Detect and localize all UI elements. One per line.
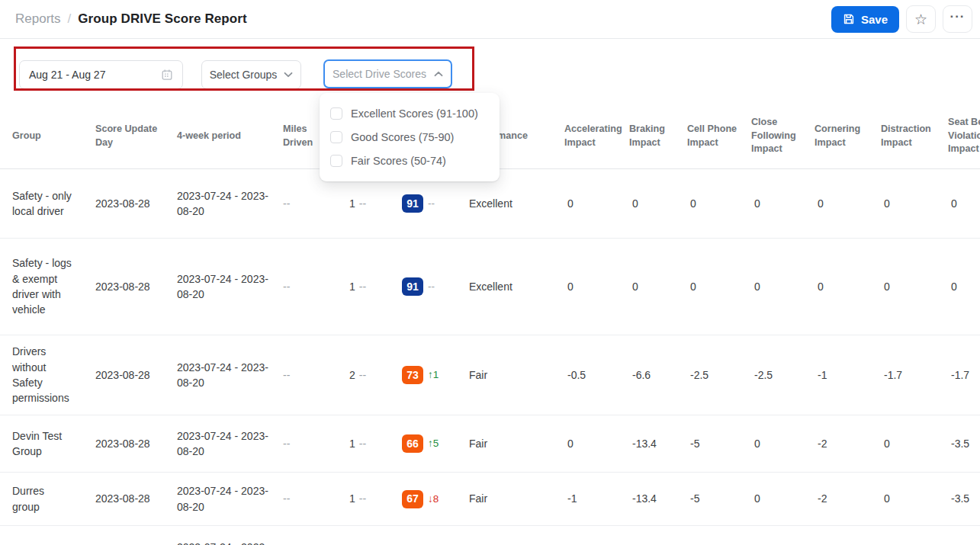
score-badge: 66 <box>402 434 423 453</box>
group-cell <box>12 526 95 545</box>
drivers-count: 2 <box>349 367 355 383</box>
topbar-actions: Save ☆ ··· <box>831 5 972 33</box>
drive-score-cell: 67 ↓8 <box>397 490 469 508</box>
miles-driven-cell: -- <box>283 279 343 294</box>
cell-phone-impact-cell: 0 <box>687 279 751 294</box>
distraction-impact-cell: 0 <box>881 436 948 451</box>
score-update-day-cell: 2023-08-28 <box>95 196 177 211</box>
drivers-cell: 1 -- <box>343 196 397 211</box>
period-cell: 2023-07-24 - 2023-08-20 <box>177 271 283 303</box>
cell-phone-impact-cell: -5 <box>687 491 751 506</box>
distraction-impact-cell: -1.7 <box>881 367 948 383</box>
close-following-impact-cell: 0 <box>751 436 815 451</box>
col-header-score-update-day: Score Update Day <box>95 123 177 149</box>
score-trend: -- <box>428 279 435 294</box>
braking-impact-cell: -6.6 <box>629 367 687 383</box>
score-update-day-cell: 2023-08-28 <box>95 367 177 383</box>
score-badge: 73 <box>402 366 423 384</box>
breadcrumb-separator: / <box>68 11 72 27</box>
period-cell: 2023-07-24 - 2023-08-20 <box>177 428 283 460</box>
cell-phone-impact-cell: -2.5 <box>687 367 751 383</box>
table-row: Durres group 2023-08-28 2023-07-24 - 202… <box>0 473 980 526</box>
group-cell: Safety - only local driver <box>12 188 95 220</box>
close-following-impact-cell: 0 <box>751 196 815 211</box>
score-trend: -- <box>428 196 435 211</box>
breadcrumb-reports-link[interactable]: Reports <box>15 11 61 27</box>
miles-driven-cell: -- <box>283 367 343 383</box>
option-good-scores[interactable]: Good Scores (75-90) <box>320 125 500 149</box>
group-cell: Durres group <box>12 483 95 515</box>
option-label: Excellent Scores (91-100) <box>351 107 478 120</box>
distraction-impact-cell: 0 <box>881 196 948 211</box>
save-button[interactable]: Save <box>831 6 899 33</box>
braking-impact-cell: -13.4 <box>629 491 687 506</box>
favorite-button[interactable]: ☆ <box>906 5 936 33</box>
group-cell: Safety - logs & exempt driver with vehic… <box>12 255 95 317</box>
option-label: Good Scores (75-90) <box>351 131 454 143</box>
cornering-impact-cell: -1 <box>815 367 881 383</box>
drivers-cell: 2 -- <box>343 367 397 383</box>
score-badge: 91 <box>402 194 423 213</box>
braking-impact-cell: 0 <box>629 196 687 211</box>
miles-driven-cell: -- <box>283 436 343 451</box>
score-update-day-cell: 2023-08-28 <box>95 436 177 451</box>
drivers-trend: -- <box>359 367 366 383</box>
col-header-braking-impact: Braking Impact <box>629 123 687 149</box>
option-excellent-scores[interactable]: Excellent Scores (91-100) <box>320 101 500 125</box>
filter-bar: Aug 21 - Aug 27 Select Groups Select Dri… <box>0 47 980 90</box>
drivers-trend: -- <box>359 279 366 294</box>
date-range-value: Aug 21 - Aug 27 <box>29 69 105 81</box>
drive-score-cell: 91 -- <box>397 194 469 213</box>
accelerating-impact-cell: -0.5 <box>564 367 629 383</box>
select-groups-label: Select Groups <box>210 69 278 81</box>
performance-cell: Excellent <box>469 279 564 294</box>
option-fair-scores[interactable]: Fair Scores (50-74) <box>320 149 500 172</box>
seat-belt-violation-impact-cell: -3.5 <box>948 491 980 506</box>
save-floppy-icon <box>843 13 855 25</box>
seat-belt-violation-impact-cell: 0 <box>948 196 980 211</box>
ellipsis-icon: ··· <box>950 9 966 24</box>
col-header-close-following-impact: Close Following Impact <box>751 116 815 155</box>
period-cell: 2023-07-24 - 2023-08-20 <box>177 483 283 515</box>
period-cell: 2023-07-24 - 2023-08-20 <box>177 360 283 391</box>
col-header-cornering-impact: Cornering Impact <box>815 123 881 149</box>
seat-belt-violation-impact-cell: -3.5 <box>948 436 980 451</box>
table-row: Safety - logs & exempt driver with vehic… <box>0 239 980 335</box>
cornering-impact-cell: -2 <box>815 436 881 451</box>
braking-impact-cell: 0 <box>629 279 687 294</box>
accelerating-impact-cell: 0 <box>564 196 629 211</box>
select-drive-scores-dropdown[interactable]: Select Drive Scores <box>323 59 452 88</box>
miles-driven-cell: -- <box>283 196 343 211</box>
accelerating-impact-cell: -1 <box>564 491 629 506</box>
distraction-impact-cell: 0 <box>881 279 948 294</box>
braking-impact-cell: -13.4 <box>629 436 687 451</box>
star-icon: ☆ <box>914 11 927 28</box>
calendar-icon <box>161 69 173 81</box>
accelerating-impact-cell: 0 <box>564 279 629 294</box>
score-badge: 91 <box>402 277 423 296</box>
score-trend-up: ↑1 <box>428 367 439 383</box>
table-row: 2023-07-24 - 2023-08-20 <box>0 526 980 545</box>
select-groups-dropdown[interactable]: Select Groups <box>201 60 301 89</box>
checkbox-good-scores[interactable] <box>330 131 342 143</box>
drivers-count: 1 <box>349 436 355 451</box>
score-trend-up: ↑5 <box>428 436 439 451</box>
drive-score-cell: 73 ↑1 <box>397 366 469 384</box>
drive-scores-dropdown-panel: Excellent Scores (91-100) Good Scores (7… <box>320 93 500 181</box>
more-options-button[interactable]: ··· <box>943 5 972 33</box>
date-range-picker[interactable]: Aug 21 - Aug 27 <box>19 60 183 89</box>
distraction-impact-cell: 0 <box>881 491 948 506</box>
cell-phone-impact-cell: -5 <box>687 436 751 451</box>
drivers-trend: -- <box>359 196 366 211</box>
score-trend-down: ↓8 <box>428 492 439 507</box>
close-following-impact-cell: -2.5 <box>751 367 815 383</box>
drivers-cell: 1 -- <box>343 279 397 294</box>
cornering-impact-cell: 0 <box>815 279 881 294</box>
period-cell: 2023-07-24 - 2023-08-20 <box>177 188 283 220</box>
cell-phone-impact-cell: 0 <box>687 196 751 211</box>
drivers-cell: 1 -- <box>343 436 397 451</box>
table-row: Drivers without Safety permissions 2023-… <box>0 335 980 415</box>
group-cell: Devin Test Group <box>12 428 95 460</box>
checkbox-excellent-scores[interactable] <box>330 107 342 120</box>
checkbox-fair-scores[interactable] <box>330 155 342 167</box>
